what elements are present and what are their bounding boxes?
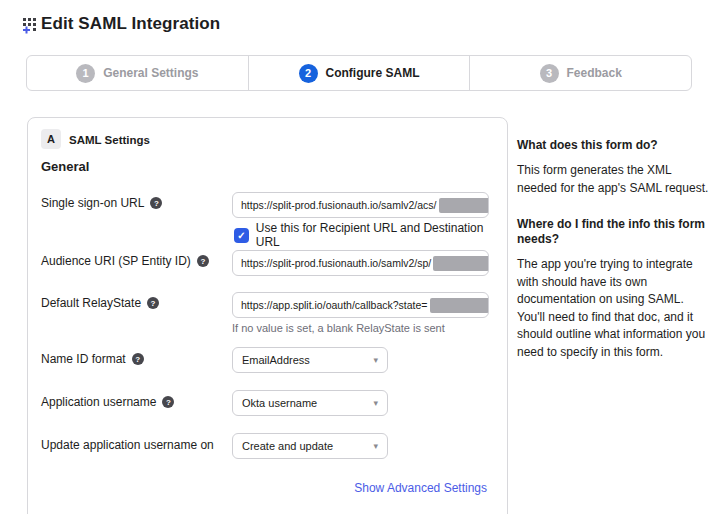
audience-uri-label: Audience URI (SP Entity ID) ? bbox=[41, 254, 209, 268]
sidebar-heading: What does this form do? bbox=[517, 138, 710, 153]
sso-url-label: Single sign-on URL ? bbox=[41, 196, 162, 210]
step-general-settings[interactable]: 1 General Settings bbox=[27, 56, 248, 90]
name-id-format-label: Name ID format ? bbox=[41, 352, 144, 366]
section-title: SAML Settings bbox=[69, 134, 150, 146]
step-label: Feedback bbox=[567, 66, 622, 80]
page-title: Edit SAML Integration bbox=[41, 14, 220, 34]
step-feedback[interactable]: 3 Feedback bbox=[469, 56, 691, 90]
update-application-username-select[interactable]: Create and update ▾ bbox=[232, 433, 388, 459]
help-icon[interactable]: ? bbox=[132, 353, 144, 365]
help-icon[interactable]: ? bbox=[162, 396, 174, 408]
sidebar-heading: Where do I find the info this form needs… bbox=[517, 217, 710, 247]
name-id-format-select[interactable]: EmailAddress ▾ bbox=[232, 347, 388, 373]
chevron-down-icon: ▾ bbox=[373, 355, 378, 365]
wizard-stepper: 1 General Settings 2 Configure SAML 3 Fe… bbox=[26, 55, 692, 91]
recipient-url-checkbox[interactable]: ✓ bbox=[234, 228, 249, 243]
redacted-value-block bbox=[433, 256, 489, 271]
recipient-url-checkbox-label[interactable]: Use this for Recipient URL and Destinati… bbox=[256, 221, 507, 249]
application-username-label: Application username ? bbox=[41, 395, 174, 409]
help-icon[interactable]: ? bbox=[197, 255, 209, 267]
relay-state-input[interactable]: https://app.split.io/oauth/callback?stat… bbox=[232, 292, 489, 318]
application-username-value: Okta username bbox=[242, 397, 317, 409]
relay-state-label: Default RelayState ? bbox=[41, 296, 159, 310]
step-label: Configure SAML bbox=[326, 66, 420, 80]
step-number-badge: 1 bbox=[76, 64, 95, 83]
sidebar-paragraph: The app you're trying to integrate with … bbox=[517, 256, 710, 361]
chevron-down-icon: ▾ bbox=[373, 441, 378, 451]
application-username-select[interactable]: Okta username ▾ bbox=[232, 390, 388, 416]
step-number-badge: 2 bbox=[299, 64, 318, 83]
update-application-username-value: Create and update bbox=[242, 440, 333, 452]
update-application-username-label: Update application username on bbox=[41, 438, 214, 452]
help-icon[interactable]: ? bbox=[150, 197, 162, 209]
recipient-url-checkbox-row: ✓ Use this for Recipient URL and Destina… bbox=[234, 221, 507, 249]
step-number-badge: 3 bbox=[540, 64, 559, 83]
page-header: Edit SAML Integration bbox=[22, 14, 220, 34]
help-icon[interactable]: ? bbox=[147, 297, 159, 309]
sidebar-paragraph: This form generates the XML needed for t… bbox=[517, 162, 710, 197]
group-title-general: General bbox=[41, 159, 89, 174]
audience-uri-value: https://split-prod.fusionauth.io/samlv2/… bbox=[241, 257, 431, 269]
section-badge-a: A bbox=[41, 129, 61, 149]
sso-url-value: https://split-prod.fusionauth.io/samlv2/… bbox=[241, 199, 437, 211]
sso-url-input[interactable]: https://split-prod.fusionauth.io/samlv2/… bbox=[232, 192, 489, 218]
redacted-value-block bbox=[430, 298, 490, 313]
name-id-format-value: EmailAddress bbox=[242, 354, 310, 366]
show-advanced-settings-link[interactable]: Show Advanced Settings bbox=[354, 481, 487, 495]
audience-uri-input[interactable]: https://split-prod.fusionauth.io/samlv2/… bbox=[232, 250, 489, 276]
relay-state-helper-text: If no value is set, a blank RelayState i… bbox=[232, 322, 445, 334]
app-grid-plus-icon bbox=[22, 17, 39, 34]
relay-state-value: https://app.split.io/oauth/callback?stat… bbox=[241, 299, 428, 311]
chevron-down-icon: ▾ bbox=[373, 398, 378, 408]
step-configure-saml[interactable]: 2 Configure SAML bbox=[248, 56, 470, 90]
help-sidebar: What does this form do? This form genera… bbox=[517, 138, 710, 381]
redacted-value-block bbox=[439, 198, 489, 213]
step-label: General Settings bbox=[103, 66, 198, 80]
saml-settings-panel: A SAML Settings General Single sign-on U… bbox=[27, 117, 508, 514]
